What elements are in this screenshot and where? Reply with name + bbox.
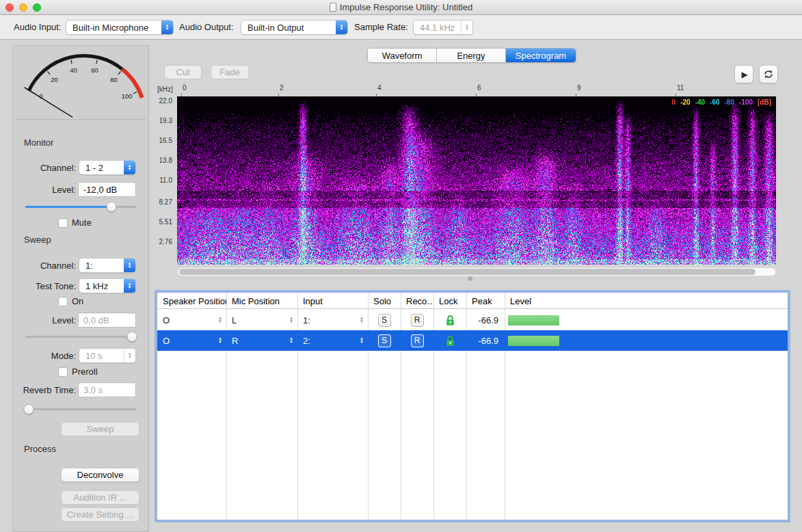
reverb-time-label: Reverb Time: — [13, 385, 76, 395]
table-header: Speaker PositionMic PositionInputSoloRec… — [157, 293, 788, 309]
record-button[interactable]: R — [411, 334, 424, 347]
play-button[interactable]: ▶ — [734, 65, 753, 83]
monitor-channel-popup[interactable]: 1 - 2 ▲▼ — [79, 160, 136, 175]
minimize-button[interactable] — [19, 3, 27, 12]
legend-item: -60 — [710, 98, 719, 106]
meter-needle — [25, 88, 72, 118]
record-button[interactable]: R — [411, 314, 424, 327]
peak-value: -66.9 — [466, 310, 505, 330]
solo-button[interactable]: S — [378, 334, 391, 347]
control-sidebar: 0 20 40 60 80 100 Monitor Channel: 1 - 2… — [12, 45, 149, 532]
title-bar[interactable]: Impulse Response Utility: Untitled — [0, 0, 802, 15]
db-legend: 0-20-40-60-80-100[dB] — [672, 98, 771, 106]
splitter-handle[interactable] — [468, 276, 472, 281]
popup-chevrons-icon: ▲▼ — [461, 21, 472, 34]
scrollbar-thumb[interactable] — [179, 269, 756, 275]
lock-icon — [445, 315, 455, 326]
monitor-level-label: Level: — [13, 185, 76, 195]
lock-icon — [445, 335, 455, 347]
column-header[interactable]: Input — [297, 293, 368, 308]
legend-item: -100 — [739, 98, 753, 106]
sweep-channel-popup[interactable]: 1: ▲▼ — [79, 258, 136, 273]
column-header[interactable]: Level — [505, 293, 788, 308]
sample-rate-popup: 44.1 kHz ▲▼ — [413, 20, 473, 35]
mic-position-popup[interactable]: L▲▼ — [226, 310, 297, 330]
deconvolve-button[interactable]: Deconvolve — [61, 468, 139, 482]
svg-text:20: 20 — [51, 76, 57, 83]
spectrogram-view[interactable]: 0-20-40-60-80-100[dB] — [177, 96, 776, 265]
freq-tick-label: 13.8 — [159, 157, 172, 164]
cut-button[interactable]: Cut — [164, 65, 202, 79]
lock-button[interactable] — [445, 315, 455, 326]
test-tone-label: Test Tone: — [13, 281, 76, 291]
solo-button[interactable]: S — [378, 314, 391, 327]
tab-spectrogram[interactable]: Spectrogram — [506, 49, 576, 62]
mode-label: Mode: — [13, 351, 76, 361]
audition-ir-button[interactable]: Audition IR ... — [61, 490, 139, 505]
audio-output-popup[interactable]: Built-in Output ▲▼ — [241, 20, 348, 35]
fade-button[interactable]: Fade — [211, 65, 249, 79]
audio-input-value: Built-in Microphone — [66, 23, 161, 33]
zoom-button[interactable] — [33, 3, 41, 12]
svg-text:60: 60 — [91, 66, 98, 74]
speaker-position-popup[interactable]: O▲▼ — [157, 330, 226, 351]
input-popup[interactable]: 1:▲▼ — [297, 310, 368, 330]
freq-tick-label: 5.51 — [159, 218, 172, 226]
chevron-updown-icon: ▲▼ — [360, 317, 364, 323]
table-row[interactable]: O▲▼R▲▼2:▲▼SR-66.9 — [157, 330, 788, 351]
tab-waveform[interactable]: Waveform — [368, 49, 437, 62]
popup-chevrons-icon: ▲▼ — [161, 21, 173, 34]
freq-tick-label: 16.5 — [159, 137, 172, 144]
create-setting-button[interactable]: Create Setting ... — [61, 507, 139, 522]
slider-thumb[interactable] — [107, 202, 117, 212]
mute-checkbox[interactable] — [58, 218, 68, 228]
table-row[interactable]: O▲▼L▲▼1:▲▼SR-66.9 — [157, 310, 788, 330]
svg-text:80: 80 — [110, 76, 117, 83]
chevron-updown-icon: ▲▼ — [289, 317, 293, 323]
test-tone-on-label: On — [72, 296, 83, 306]
legend-item: 0 — [672, 98, 676, 106]
tab-energy[interactable]: Energy — [437, 49, 506, 62]
monitor-level-slider[interactable] — [25, 202, 136, 212]
chevron-updown-icon: ▲▼ — [289, 337, 293, 344]
loop-button[interactable] — [759, 65, 778, 83]
sweep-level-field — [78, 312, 136, 328]
slider-thumb[interactable] — [23, 404, 34, 414]
column-header[interactable]: Solo — [368, 293, 401, 308]
mic-position-popup[interactable]: R▲▼ — [226, 330, 297, 351]
audio-input-label: Audio Input: — [14, 22, 61, 32]
column-header[interactable]: Peak — [466, 293, 505, 308]
freq-tick-label: 22.0 — [159, 97, 172, 105]
test-tone-on-checkbox[interactable] — [58, 297, 68, 306]
level-meter-bar — [508, 315, 559, 325]
process-heading: Process — [24, 444, 56, 454]
reverb-time-slider[interactable] — [25, 404, 136, 414]
test-tone-popup[interactable]: 1 kHz ▲▼ — [79, 278, 136, 293]
column-header[interactable]: Lock — [433, 293, 466, 308]
mute-label: Mute — [72, 217, 92, 228]
popup-chevrons-icon: ▲▼ — [124, 349, 135, 362]
column-header[interactable]: Speaker Position — [157, 293, 226, 308]
preroll-checkbox[interactable] — [58, 367, 68, 377]
sweep-button[interactable]: Sweep — [61, 422, 139, 436]
popup-chevrons-icon: ▲▼ — [336, 21, 347, 34]
column-header[interactable]: Reco… — [401, 293, 433, 308]
speaker-position-popup[interactable]: O▲▼ — [157, 310, 226, 330]
audio-input-popup[interactable]: Built-in Microphone ▲▼ — [66, 20, 174, 35]
close-button[interactable] — [5, 3, 14, 12]
column-header[interactable]: Mic Position — [226, 293, 297, 308]
time-ruler-ticks: 0246911 — [177, 83, 779, 96]
mode-popup: 10 s ▲▼ — [79, 348, 136, 363]
monitor-level-field[interactable] — [78, 182, 136, 197]
sweep-level-slider — [25, 332, 136, 342]
sweep-channel-label: Channel: — [13, 261, 76, 271]
sweep-level-label: Level: — [13, 315, 76, 325]
input-popup[interactable]: 2:▲▼ — [297, 330, 368, 351]
legend-item: -80 — [725, 98, 734, 106]
lock-button[interactable] — [445, 335, 455, 347]
freq-tick-label: 19.3 — [159, 117, 172, 124]
monitor-heading: Monitor — [24, 137, 53, 148]
horizontal-scrollbar[interactable] — [177, 267, 776, 276]
freq-tick-label: 2.76 — [159, 238, 172, 245]
legend-item: -40 — [695, 98, 705, 106]
